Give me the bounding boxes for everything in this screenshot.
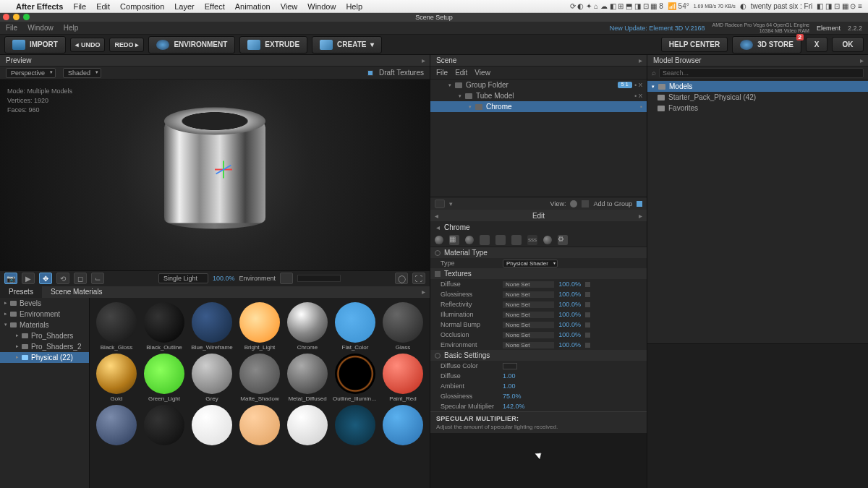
- preset-folder[interactable]: ▸Pro_Shaders: [0, 330, 89, 341]
- texture-toggle[interactable]: [585, 282, 590, 287]
- redo-button[interactable]: REDO ▸: [109, 38, 144, 52]
- environment-button[interactable]: ENVIRONMENT: [148, 36, 235, 53]
- update-notice[interactable]: New Update: Element 3D V.2168: [610, 25, 705, 32]
- camera-dropdown[interactable]: Perspective: [6, 68, 56, 78]
- back-icon[interactable]: ◂: [435, 212, 438, 220]
- preset-folder[interactable]: ▾Materials: [0, 320, 89, 330]
- preview-object[interactable]: [164, 107, 265, 230]
- menu-window[interactable]: Window: [307, 2, 336, 11]
- menu-effect[interactable]: Effect: [205, 2, 225, 11]
- menu-view[interactable]: View: [281, 2, 298, 11]
- cancel-button[interactable]: X: [806, 37, 827, 52]
- texture-percent[interactable]: 100.0%: [558, 321, 581, 328]
- collapse-icon[interactable]: ▸: [639, 56, 642, 64]
- move-tool-icon[interactable]: ✥: [39, 273, 52, 284]
- preset-folder[interactable]: ▸Physical (22): [0, 352, 89, 363]
- texture-slot[interactable]: None Set: [503, 312, 554, 318]
- material-type-section[interactable]: Material Type: [430, 247, 647, 258]
- ok-button[interactable]: OK: [832, 37, 864, 52]
- group-checkbox[interactable]: [637, 201, 642, 207]
- texture-toggle[interactable]: [585, 343, 590, 348]
- menu-file[interactable]: File: [73, 2, 86, 11]
- texture-toggle[interactable]: [585, 312, 590, 317]
- color-swatch[interactable]: [503, 363, 517, 369]
- texture-toggle[interactable]: [585, 302, 590, 307]
- texture-percent[interactable]: 100.0%: [558, 301, 581, 308]
- menu-help[interactable]: Help: [346, 2, 362, 11]
- 3d-store-button[interactable]: 3D STORE2: [732, 36, 801, 53]
- property-value[interactable]: 1.00: [503, 382, 516, 390]
- view-flat-icon[interactable]: [582, 200, 589, 207]
- scene-item[interactable]: ▾Group Folder5 1▪ X: [430, 80, 647, 90]
- collapse-icon[interactable]: ▸: [422, 56, 425, 64]
- light-dropdown[interactable]: Single Light: [158, 273, 208, 283]
- preset-folder[interactable]: ▸Bevels: [0, 298, 89, 309]
- sss-icon[interactable]: SSS: [527, 235, 537, 245]
- env-toggle[interactable]: [280, 273, 293, 284]
- texture-percent[interactable]: 100.0%: [558, 311, 581, 318]
- material-preset[interactable]: Green_Light: [142, 354, 187, 402]
- istat-icon[interactable]: ◐: [740, 2, 746, 10]
- bulb-icon[interactable]: [511, 235, 522, 245]
- material-preset[interactable]: Bright_Light: [237, 302, 282, 351]
- ao-icon[interactable]: [543, 236, 552, 244]
- create-button[interactable]: CREATE ▾: [312, 36, 382, 53]
- scale-tool-icon[interactable]: ◻: [74, 273, 87, 284]
- import-button[interactable]: IMPORT: [4, 36, 66, 53]
- preset-folder[interactable]: ▸Environment: [0, 309, 89, 320]
- browser-item[interactable]: Starter_Pack_Physical (42): [647, 92, 868, 103]
- sphere2-icon[interactable]: [465, 236, 474, 244]
- trophy-icon[interactable]: [495, 235, 506, 245]
- folder-dropdown-icon[interactable]: ▾: [449, 200, 453, 207]
- render-region-icon[interactable]: ◯: [395, 273, 408, 284]
- camera-tool-icon[interactable]: 📷: [4, 273, 17, 284]
- search-input[interactable]: [659, 68, 864, 78]
- texture-slot[interactable]: None Set: [503, 322, 554, 328]
- tab-presets[interactable]: Presets: [0, 286, 42, 298]
- plugin-menu-help[interactable]: Help: [64, 24, 79, 32]
- plugin-menu-window[interactable]: Window: [27, 24, 54, 32]
- material-preset[interactable]: Black_Gloss: [94, 302, 139, 351]
- shader-type-dropdown[interactable]: Physical Shader: [503, 260, 558, 267]
- material-preset[interactable]: Matte_Shadow: [237, 354, 282, 402]
- scene-item[interactable]: ▾Chrome▪: [430, 101, 647, 112]
- material-preset[interactable]: [333, 405, 378, 447]
- material-preset[interactable]: [142, 405, 187, 447]
- material-preset[interactable]: [190, 405, 234, 447]
- preset-folder[interactable]: ▸Pro_Shaders_2: [0, 341, 89, 352]
- material-preset[interactable]: Gold: [94, 354, 139, 402]
- property-value[interactable]: 1.00: [503, 372, 516, 380]
- app-name[interactable]: After Effects: [16, 2, 63, 11]
- material-preset[interactable]: Glass: [380, 302, 425, 351]
- menubar-extras[interactable]: ⟳ ◐ ✦ ⌂ ☁ ◧ ⊞ ⬒ ◨ ⊡ ▦ 8: [570, 2, 663, 10]
- material-preset[interactable]: Outline_Illuminat...: [333, 354, 378, 402]
- anchor-tool-icon[interactable]: ⌙: [91, 273, 104, 284]
- menu-layer[interactable]: Layer: [174, 2, 195, 11]
- minimize-window-icon[interactable]: [13, 14, 20, 20]
- gear-icon[interactable]: ⚙: [558, 235, 568, 245]
- close-window-icon[interactable]: [3, 14, 9, 20]
- menubar-tray[interactable]: ◧ ◨ ⊡ ▦ ⊙ ≡: [817, 2, 862, 10]
- texture-percent[interactable]: 100.0%: [558, 341, 581, 348]
- select-tool-icon[interactable]: ▶: [22, 273, 35, 284]
- fullscreen-icon[interactable]: ⛶: [412, 273, 425, 284]
- texture-slot[interactable]: None Set: [503, 301, 554, 308]
- 3d-viewport[interactable]: Mode: Multiple Models Vertices: 1920 Fac…: [0, 80, 430, 270]
- nav-back-icon[interactable]: ◂: [436, 223, 440, 231]
- traffic-lights[interactable]: [3, 14, 30, 20]
- material-preset[interactable]: Black_Outline: [142, 302, 187, 351]
- texture-percent[interactable]: 100.0%: [558, 281, 581, 288]
- scene-menu-edit[interactable]: Edit: [455, 69, 467, 77]
- folder-icon[interactable]: [435, 200, 445, 208]
- browser-item[interactable]: Favorites: [647, 103, 868, 114]
- undo-button[interactable]: ◂ UNDO: [70, 38, 106, 52]
- scene-item[interactable]: ▾Tube Model▪ X: [430, 90, 647, 101]
- menu-composition[interactable]: Composition: [120, 2, 164, 11]
- texture-slot[interactable]: None Set: [503, 342, 554, 348]
- zoom-window-icon[interactable]: [23, 14, 30, 20]
- property-value[interactable]: 75.0%: [503, 393, 522, 400]
- material-preset[interactable]: Flat_Color: [333, 302, 378, 351]
- texture-percent[interactable]: 100.0%: [558, 291, 581, 298]
- browser-item[interactable]: ▾Models: [647, 81, 868, 92]
- material-preset[interactable]: Blue_Wireframe: [190, 302, 234, 351]
